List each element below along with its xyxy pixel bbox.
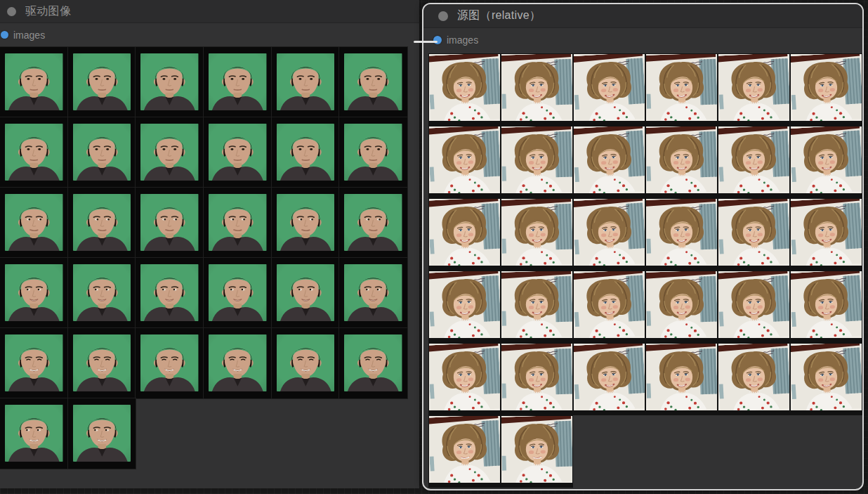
collapse-toggle-icon[interactable] <box>438 11 448 21</box>
source-image-thumbnail <box>645 198 718 271</box>
source-image-thumbnail <box>573 271 645 343</box>
images-port-dot[interactable] <box>1 31 8 39</box>
driving-image-thumbnail <box>272 47 340 117</box>
source-image-thumbnail <box>428 343 501 415</box>
images-output-port-row: images <box>0 23 419 46</box>
node-title: 源图（relative） <box>457 8 541 23</box>
node-title: 驱动图像 <box>25 4 71 19</box>
driving-image-thumbnail <box>136 188 204 258</box>
driving-image-thumbnail <box>272 258 340 328</box>
driving-image-preview-grid <box>0 47 407 469</box>
source-image-thumbnail <box>790 53 862 126</box>
source-image-thumbnail <box>428 415 501 488</box>
driving-image-thumbnail <box>339 47 407 117</box>
source-node-titlebar[interactable]: 源图（relative） <box>423 4 862 28</box>
source-image-thumbnail <box>501 343 573 415</box>
source-image-thumbnail <box>645 53 718 126</box>
source-image-thumbnail <box>428 53 501 126</box>
source-image-thumbnail <box>645 343 718 415</box>
driving-image-thumbnail <box>68 47 136 117</box>
driving-image-thumbnail <box>339 328 407 398</box>
driving-image-thumbnail <box>0 398 68 469</box>
node-graph-canvas[interactable]: 驱动图像 images 源图（relative） images <box>0 0 868 494</box>
source-image-thumbnail <box>573 53 645 126</box>
driving-image-thumbnail <box>204 328 272 398</box>
driving-image-thumbnail <box>339 258 407 328</box>
driving-image-thumbnail <box>136 258 204 328</box>
source-image-preview-grid <box>428 53 862 488</box>
source-image-thumbnail <box>573 126 645 198</box>
driving-node-titlebar[interactable]: 驱动图像 <box>0 0 419 23</box>
images-port-label: images <box>13 30 45 41</box>
source-image-thumbnail <box>501 198 573 271</box>
driving-image-thumbnail <box>0 258 68 328</box>
driving-image-thumbnail <box>204 188 272 258</box>
driving-image-thumbnail <box>339 188 407 258</box>
driving-image-thumbnail <box>0 188 68 258</box>
source-image-thumbnail <box>645 271 718 343</box>
driving-image-thumbnail <box>0 47 68 117</box>
source-image-thumbnail <box>790 271 862 343</box>
driving-image-thumbnail <box>204 117 272 188</box>
source-image-thumbnail <box>501 53 573 126</box>
driving-image-thumbnail <box>204 47 272 117</box>
source-image-thumbnail <box>718 343 790 415</box>
source-image-thumbnail <box>428 271 501 343</box>
driving-image-thumbnail <box>272 117 340 188</box>
source-image-thumbnail <box>718 271 790 343</box>
driving-image-thumbnail <box>68 188 136 258</box>
source-image-thumbnail <box>573 343 645 415</box>
source-image-thumbnail <box>718 126 790 198</box>
driving-image-thumbnail <box>0 117 68 188</box>
source-image-thumbnail <box>645 126 718 198</box>
images-port-label: images <box>447 34 478 46</box>
images-input-port-row: images <box>423 28 862 52</box>
source-image-thumbnail <box>573 198 645 271</box>
driving-image-thumbnail <box>136 328 204 398</box>
driving-image-thumbnail <box>68 117 136 188</box>
node-source-image-relative[interactable]: 源图（relative） images <box>422 3 864 490</box>
driving-image-thumbnail <box>136 47 204 117</box>
node-driving-image[interactable]: 驱动图像 images <box>0 0 419 488</box>
source-image-thumbnail <box>501 415 573 488</box>
source-image-thumbnail <box>501 126 573 198</box>
source-image-thumbnail <box>428 126 501 198</box>
images-link-wire <box>414 41 438 43</box>
driving-image-thumbnail <box>204 258 272 328</box>
driving-image-thumbnail <box>272 188 340 258</box>
driving-image-thumbnail <box>68 258 136 328</box>
source-image-thumbnail <box>428 198 501 271</box>
source-image-thumbnail <box>790 343 862 415</box>
driving-image-thumbnail <box>136 117 204 188</box>
collapse-toggle-icon[interactable] <box>7 7 16 16</box>
images-port-dot[interactable] <box>433 36 442 44</box>
source-image-thumbnail <box>501 271 573 343</box>
driving-image-thumbnail <box>272 328 340 398</box>
driving-image-thumbnail <box>339 117 407 188</box>
source-image-thumbnail <box>790 198 862 271</box>
source-image-thumbnail <box>790 126 862 198</box>
driving-image-thumbnail <box>0 328 68 398</box>
source-image-thumbnail <box>718 53 790 126</box>
driving-image-thumbnail <box>68 398 136 469</box>
driving-image-thumbnail <box>68 328 136 398</box>
source-image-thumbnail <box>718 198 790 271</box>
